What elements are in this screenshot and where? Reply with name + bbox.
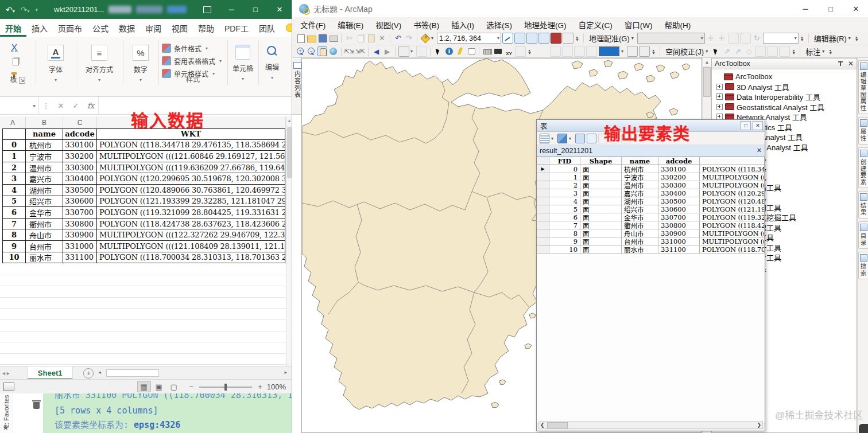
page-layout-view-icon[interactable]: ▣ [152,381,166,392]
ribbon-display-options-icon[interactable] [195,0,219,19]
row-selector[interactable] [537,205,549,213]
print-icon[interactable] [328,33,338,43]
search-window-icon[interactable] [538,33,549,44]
index-cell[interactable]: 2 [2,162,26,174]
adjust-select-icon[interactable] [711,46,721,56]
name-cell[interactable]: 金华市 [622,213,658,221]
editor-sketch-icon[interactable] [502,33,513,44]
spreadsheet-grid[interactable]: name adcode WKT 0 杭州市 330100 POLYGON ((1… [0,128,286,366]
grid-tool-icon[interactable] [755,46,766,57]
table-row[interactable]: 0 杭州市 330100 POLYGON ((118.344718 29.476… [2,140,285,151]
menu-item[interactable]: 选择(S) [486,19,512,30]
adcode-cell[interactable]: 330400 [63,173,97,185]
close-icon[interactable]: ✕ [848,60,854,68]
column-header-c[interactable]: C [63,116,97,128]
attribute-row[interactable]: 7 面 衢州市 330800 POLYGON ((118.424738 28.6… [537,221,765,229]
delete-icon[interactable]: ✕ [377,33,387,43]
geometry-cell[interactable]: MULTIPOLYGON (((119.636209 27. [700,181,765,189]
trash-icon[interactable] [32,399,41,409]
adcode-cell[interactable]: 330700 [658,213,700,221]
select-features-dropdown-icon[interactable]: ▾ [410,49,415,54]
excel-vertical-scrollbar[interactable]: ▲ [286,116,292,366]
header-name-cell[interactable]: name [26,128,63,140]
table-row[interactable]: 8 舟山市 330900 MULTIPOLYGON (((122.327262 … [2,229,285,241]
geometry-cell[interactable]: POLYGON ((119.321099 28.804425 [700,213,765,221]
copy-icon[interactable] [13,58,19,65]
adcode-cell[interactable]: 330800 [658,221,700,229]
cancel-entry-icon[interactable]: ✕ [53,97,68,114]
save-icon[interactable] [317,33,327,43]
number-group-button[interactable]: % 数字 [123,40,158,85]
dropdown-icon[interactable]: ▾ [551,136,556,141]
shape-cell[interactable]: 面 [580,165,622,173]
add-data-icon[interactable] [420,33,430,43]
column-header-b[interactable]: B [26,116,63,128]
link-table-icon[interactable] [779,46,790,57]
adcode-cell[interactable]: 330900 [63,229,97,241]
cells-group-button[interactable]: 单元格 [227,40,258,85]
dock-tab[interactable]: 属性 [858,117,868,145]
macro-record-icon[interactable] [3,383,14,391]
ribbon-tab[interactable]: PDF工 [219,19,254,37]
maximize-button[interactable]: □ [818,0,843,17]
close-table-icon[interactable]: ✕ [757,147,762,154]
index-cell[interactable]: 1 [2,151,26,162]
dock-tab[interactable]: 搜索 [858,252,868,279]
maximize-icon[interactable]: □ [741,121,751,130]
index-cell[interactable]: 10 [2,252,26,264]
rotate-icon[interactable]: ↻ [752,33,762,43]
sheet-nav-icons[interactable]: ◂ ▸ [2,370,10,376]
adcode-header[interactable]: adcode [658,157,700,165]
normal-view-icon[interactable]: ▦ [137,381,151,392]
undo-icon[interactable]: ↶ [393,33,403,43]
confirm-entry-icon[interactable]: ✓ [68,97,83,114]
row-selector[interactable] [537,189,549,197]
hscroll-thumb[interactable] [547,422,568,429]
scroll-right-icon[interactable]: ❯ [757,422,761,428]
adcode-cell[interactable]: 330600 [658,205,700,213]
copy-icon[interactable] [355,33,365,43]
index-cell[interactable]: 8 [2,229,26,241]
pan-tool-icon[interactable] [317,46,327,56]
name-cell[interactable]: 台州市 [622,237,658,245]
row-selector[interactable] [537,213,549,221]
viewer-icon[interactable] [740,33,751,44]
arctoolbox-window-icon[interactable] [551,33,561,44]
add-data-dropdown-icon[interactable]: ▾ [431,36,436,41]
row-selector[interactable] [537,221,549,229]
row-selector[interactable]: ▶ [537,165,549,173]
customize-qat-icon[interactable]: ▾ [36,7,38,13]
add-control-points-icon[interactable]: ✛ [706,33,716,43]
expand-icon[interactable] [716,104,723,110]
labeling-dropdown[interactable]: 标注 [803,46,827,57]
scroll-up-icon[interactable]: ▲ [286,116,292,124]
toolbar-overflow-icon[interactable]: ▪▾ [651,49,657,54]
attribute-row[interactable]: 8 面 舟山市 330900 MULTIPOLYGON (((122.32726… [537,229,765,237]
georeferencing-layer-combobox[interactable] [637,33,705,44]
ribbon-tab[interactable]: 帮助 [193,19,219,37]
adcode-cell[interactable]: 331000 [658,237,700,245]
index-cell[interactable]: 9 [2,241,26,252]
index-cell[interactable]: 7 [2,219,26,230]
table-options-icon[interactable] [540,134,549,143]
spatial-adjustment-dropdown[interactable]: 空间校正(J) [663,46,710,57]
geometry-cell[interactable]: POLYGON ((118.424738 28.637623 [700,221,765,229]
style-menu-item[interactable]: 套用表格格式 [162,55,227,67]
adcode-cell[interactable]: 330900 [658,229,700,237]
close-icon[interactable]: ✕ [753,121,763,130]
adcode-cell[interactable]: 330500 [658,197,700,205]
geometry-cell[interactable]: POLYGON ((120.299695 30.519678 [700,189,765,197]
expand-icon[interactable] [716,93,723,100]
editing-group-button[interactable]: 编辑 [258,40,286,85]
city-name-cell[interactable]: 杭州市 [26,140,63,151]
ribbon-tab[interactable]: 页面布 [53,19,87,37]
table-window-icon[interactable] [514,33,525,44]
shape-cell[interactable]: 面 [580,213,622,221]
shape-cell[interactable]: 面 [580,229,622,237]
multiple-links-icon[interactable]: ◇ [744,46,754,56]
style-menu-item[interactable]: 条件格式 [162,42,227,54]
adcode-cell[interactable]: 330800 [63,219,97,230]
menu-item[interactable]: 自定义(C) [579,19,613,30]
favorites-tab[interactable]: 2: Favorites [3,393,10,428]
dropdown-icon[interactable]: ▾ [569,136,574,141]
